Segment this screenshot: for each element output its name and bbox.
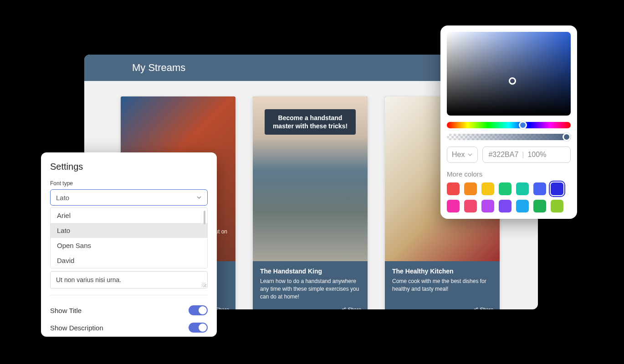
card-body: The Handstand King Learn how to do a han… [253,261,368,307]
color-swatch[interactable] [481,200,494,212]
toggle-row: Show Title [50,302,208,319]
color-swatch[interactable] [499,200,511,212]
font-option[interactable]: Lato [51,223,207,238]
alpha-slider[interactable] [447,134,571,140]
share-label[interactable]: Share [216,307,229,309]
toggle-row: Show Description [50,319,208,336]
share-label[interactable]: Share [480,307,493,309]
show-description-toggle[interactable] [189,323,208,333]
stream-card[interactable]: Become a handstand master with these tri… [253,96,368,309]
chevron-down-icon [196,195,202,200]
hue-slider[interactable] [447,122,571,128]
font-option[interactable]: David [51,253,207,268]
resize-handle[interactable] [202,283,206,287]
settings-panel: Settings Font type Lato Ariel Lato Open … [41,152,217,337]
color-value-row: Hex #322BA7 | 100% [447,147,571,163]
saturation-field[interactable] [447,32,571,116]
opacity-value: 100% [527,151,546,159]
page-title: My Streams [132,62,185,74]
card-desc-fragment: ut on [215,228,227,235]
svg-point-11 [476,308,478,309]
card-description: Come cook with me the best dishes for he… [392,278,492,293]
color-swatch[interactable] [464,182,477,195]
description-textarea[interactable]: Ut non varius nisi urna. [50,271,208,288]
share-label[interactable]: Share [348,307,361,309]
value-divider: | [522,151,524,159]
card-body: The Healthy Kitchen Come cook with me th… [385,261,500,307]
more-colors-label: More colors [447,170,571,178]
color-format-value: Hex [452,151,465,159]
color-swatch[interactable] [551,200,563,212]
font-option[interactable]: Open Sans [51,238,207,253]
color-swatch[interactable] [551,182,563,195]
color-swatch[interactable] [533,200,546,212]
share-icon[interactable] [342,307,346,309]
color-picker-panel: Hex #322BA7 | 100% More colors [440,25,577,219]
card-footer: Share [253,307,368,309]
color-swatch[interactable] [481,182,494,195]
svg-point-10 [474,309,476,309]
card-title: The Healthy Kitchen [392,268,492,275]
font-type-dropdown: Ariel Lato Open Sans David [50,207,208,268]
color-swatch[interactable] [499,182,511,195]
card-overlay: Become a handstand master with these tri… [265,109,356,135]
color-swatch[interactable] [447,200,460,212]
font-option[interactable]: Ariel [51,208,207,223]
scrollbar[interactable] [204,211,205,224]
color-swatch[interactable] [447,182,460,195]
chevron-down-icon [467,152,473,157]
card-title: The Handstand King [260,268,360,275]
font-type-value: Lato [56,194,69,202]
alpha-thumb[interactable] [563,133,571,141]
show-description-label: Show Description [50,324,103,332]
svg-point-6 [344,308,346,309]
divider [50,295,208,295]
color-format-select[interactable]: Hex [447,147,478,163]
card-image: Become a handstand master with these tri… [253,96,368,261]
svg-point-5 [342,309,343,309]
swatch-grid [447,182,571,212]
svg-line-13 [475,308,476,309]
textarea-value: Ut non varius nisi urna. [56,276,121,283]
color-swatch[interactable] [533,182,546,195]
show-title-toggle[interactable] [189,305,208,315]
svg-line-8 [343,308,344,309]
color-swatch[interactable] [464,200,477,212]
show-title-label: Show Title [50,307,82,314]
font-type-select[interactable]: Lato [50,189,208,206]
hue-thumb[interactable] [519,121,527,129]
hex-value: #322BA7 [488,151,518,159]
share-icon[interactable] [474,307,478,309]
color-swatch[interactable] [516,182,529,195]
color-swatch[interactable] [516,200,529,212]
card-description: Learn how to do a handstand anywhere any… [260,278,360,300]
color-value-input[interactable]: #322BA7 | 100% [482,147,571,163]
card-footer: Share [385,307,500,309]
settings-title: Settings [50,162,208,172]
saturation-cursor[interactable] [509,77,516,85]
font-type-label: Font type [50,180,208,187]
